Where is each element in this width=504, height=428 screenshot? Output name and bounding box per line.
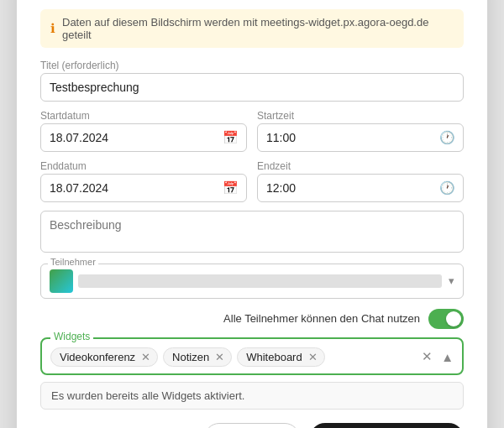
widget-chip-whiteboard: Whiteboard ✕ — [237, 347, 324, 367]
chevron-down-icon: ▾ — [449, 274, 454, 287]
endtime-input[interactable] — [257, 174, 464, 202]
warning-text: Daten auf diesem Bildschirm werden mit m… — [62, 16, 454, 41]
widget-chip-whiteboard-label: Whiteboard — [246, 351, 302, 363]
endtime-input-wrapper: 🕐 — [257, 174, 464, 202]
widget-chip-videokonferenz: Videokonferenz ✕ — [50, 347, 158, 367]
widget-chip-videokonferenz-label: Videokonferenz — [60, 351, 135, 363]
endtime-group: Endzeit 🕐 — [257, 160, 464, 202]
startdate-input-wrapper: 📅 — [40, 123, 247, 152]
warning-icon: ℹ — [50, 21, 55, 36]
enddate-label: Enddatum — [40, 160, 247, 172]
warning-banner: ℹ Daten auf diesem Bildschirm werden mit… — [40, 9, 464, 48]
title-field-group: Titel (erforderlich) — [40, 60, 464, 102]
description-group — [40, 211, 464, 255]
widgets-text-input[interactable] — [330, 351, 417, 363]
teilnehmer-label: Teilnehmer — [48, 257, 98, 267]
widgets-hint: Es wurden bereits alle Widgets aktiviert… — [40, 382, 464, 410]
startdate-input[interactable] — [40, 123, 247, 152]
chat-toggle[interactable] — [428, 309, 464, 329]
startdate-group: Startdatum 📅 — [40, 110, 247, 152]
date-time-row-start: Startdatum 📅 Startzeit 🕐 — [40, 110, 464, 152]
widget-chip-notizen-label: Notizen — [172, 351, 209, 363]
widgets-chevron-icon: ▲ — [441, 350, 454, 364]
widgets-label: Widgets — [50, 331, 93, 342]
teilnehmer-wrapper[interactable]: Teilnehmer ▾ — [40, 264, 464, 299]
description-input[interactable] — [40, 211, 464, 253]
widget-chip-notizen-remove[interactable]: ✕ — [215, 351, 224, 363]
widget-chip-notizen: Notizen ✕ — [163, 347, 232, 367]
chat-toggle-row: Alle Teilnehmer können den Chat nutzen — [40, 309, 464, 329]
starttime-input-wrapper: 🕐 — [257, 123, 464, 152]
widgets-clear-button[interactable]: ✕ — [422, 349, 433, 364]
widgets-box: Widgets Videokonferenz ✕ Notizen ✕ White… — [40, 337, 464, 375]
widget-chip-videokonferenz-remove[interactable]: ✕ — [141, 351, 150, 363]
starttime-input[interactable] — [257, 123, 464, 152]
starttime-label: Startzeit — [257, 110, 464, 122]
submit-button[interactable]: Besprechung erstellen — [310, 423, 464, 429]
teilnehmer-name — [78, 274, 442, 288]
cancel-button[interactable]: Abbrechen — [204, 423, 300, 429]
startdate-label: Startdatum — [40, 110, 247, 122]
widget-chip-whiteboard-remove[interactable]: ✕ — [308, 351, 318, 363]
actions-row: Abbrechen Besprechung erstellen — [40, 423, 464, 429]
chat-toggle-label: Alle Teilnehmer können den Chat nutzen — [223, 312, 420, 325]
date-time-row-end: Enddatum 📅 Endzeit 🕐 — [40, 160, 464, 202]
meeting-modal: × Besprechung planen ℹ Daten auf diesem … — [17, 0, 487, 428]
title-input[interactable] — [40, 73, 464, 102]
enddate-group: Enddatum 📅 — [40, 160, 247, 202]
enddate-input-wrapper: 📅 — [40, 174, 247, 202]
avatar — [50, 269, 73, 293]
enddate-input[interactable] — [40, 174, 247, 202]
modal-title: Besprechung planen — [40, 0, 464, 1]
endtime-label: Endzeit — [257, 160, 464, 172]
widgets-inner: Videokonferenz ✕ Notizen ✕ Whiteboard ✕ … — [50, 347, 454, 367]
starttime-group: Startzeit 🕐 — [257, 110, 464, 152]
title-label: Titel (erforderlich) — [40, 60, 464, 71]
